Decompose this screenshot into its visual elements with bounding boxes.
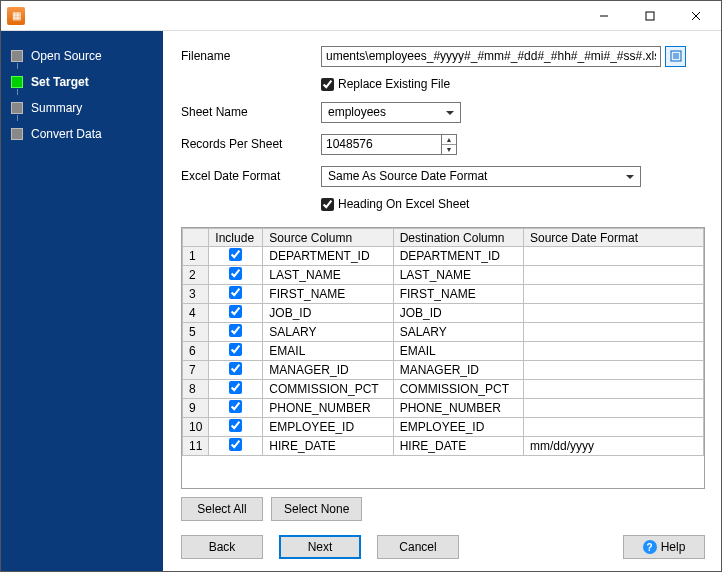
records-per-sheet-spinner[interactable]: ▲ ▼ xyxy=(321,134,457,155)
source-column-cell[interactable]: EMPLOYEE_ID xyxy=(263,418,393,437)
cancel-button[interactable]: Cancel xyxy=(377,535,459,559)
source-date-format-header[interactable]: Source Date Format xyxy=(524,229,704,247)
table-row[interactable]: 11HIRE_DATEHIRE_DATEmm/dd/yyyy xyxy=(183,437,704,456)
filename-input[interactable] xyxy=(321,46,661,67)
destination-column-cell[interactable]: MANAGER_ID xyxy=(393,361,523,380)
include-cell[interactable] xyxy=(209,323,263,342)
table-row[interactable]: 3FIRST_NAMEFIRST_NAME xyxy=(183,285,704,304)
include-checkbox[interactable] xyxy=(229,400,242,413)
source-column-cell[interactable]: FIRST_NAME xyxy=(263,285,393,304)
destination-column-cell[interactable]: DEPARTMENT_ID xyxy=(393,247,523,266)
include-checkbox[interactable] xyxy=(229,324,242,337)
source-column-cell[interactable]: MANAGER_ID xyxy=(263,361,393,380)
table-row[interactable]: 4JOB_IDJOB_ID xyxy=(183,304,704,323)
source-column-cell[interactable]: DEPARTMENT_ID xyxy=(263,247,393,266)
column-grid[interactable]: Include Source Column Destination Column… xyxy=(181,227,705,489)
source-date-format-cell[interactable] xyxy=(524,361,704,380)
destination-column-cell[interactable]: PHONE_NUMBER xyxy=(393,399,523,418)
include-checkbox[interactable] xyxy=(229,438,242,451)
source-column-cell[interactable]: PHONE_NUMBER xyxy=(263,399,393,418)
include-checkbox[interactable] xyxy=(229,286,242,299)
source-date-format-cell[interactable] xyxy=(524,418,704,437)
source-date-format-cell[interactable] xyxy=(524,285,704,304)
destination-column-cell[interactable]: SALARY xyxy=(393,323,523,342)
table-row[interactable]: 10EMPLOYEE_IDEMPLOYEE_ID xyxy=(183,418,704,437)
table-row[interactable]: 1DEPARTMENT_IDDEPARTMENT_ID xyxy=(183,247,704,266)
source-column-cell[interactable]: JOB_ID xyxy=(263,304,393,323)
destination-column-cell[interactable]: FIRST_NAME xyxy=(393,285,523,304)
destination-column-cell[interactable]: JOB_ID xyxy=(393,304,523,323)
sidebar-item-convert-data[interactable]: Convert Data xyxy=(1,121,163,147)
source-date-format-cell[interactable] xyxy=(524,323,704,342)
source-date-format-cell[interactable] xyxy=(524,247,704,266)
row-number-header xyxy=(183,229,209,247)
include-checkbox[interactable] xyxy=(229,305,242,318)
include-checkbox[interactable] xyxy=(229,362,242,375)
include-cell[interactable] xyxy=(209,342,263,361)
include-cell[interactable] xyxy=(209,418,263,437)
include-checkbox[interactable] xyxy=(229,267,242,280)
destination-column-cell[interactable]: LAST_NAME xyxy=(393,266,523,285)
source-date-format-cell[interactable] xyxy=(524,304,704,323)
select-none-button[interactable]: Select None xyxy=(271,497,362,521)
destination-column-cell[interactable]: HIRE_DATE xyxy=(393,437,523,456)
table-row[interactable]: 6EMAILEMAIL xyxy=(183,342,704,361)
browse-button[interactable] xyxy=(665,46,686,67)
source-column-cell[interactable]: EMAIL xyxy=(263,342,393,361)
source-date-format-cell[interactable]: mm/dd/yyyy xyxy=(524,437,704,456)
table-row[interactable]: 8COMMISSION_PCTCOMMISSION_PCT xyxy=(183,380,704,399)
maximize-button[interactable] xyxy=(627,1,673,31)
include-cell[interactable] xyxy=(209,247,263,266)
heading-on-sheet-checkbox[interactable] xyxy=(321,198,334,211)
include-cell[interactable] xyxy=(209,266,263,285)
source-column-cell[interactable]: LAST_NAME xyxy=(263,266,393,285)
select-all-button[interactable]: Select All xyxy=(181,497,263,521)
source-date-format-cell[interactable] xyxy=(524,399,704,418)
source-column-header[interactable]: Source Column xyxy=(263,229,393,247)
table-row[interactable]: 7MANAGER_IDMANAGER_ID xyxy=(183,361,704,380)
spinner-up-icon[interactable]: ▲ xyxy=(442,135,456,145)
sidebar-item-label: Open Source xyxy=(31,49,102,63)
replace-existing-checkbox[interactable] xyxy=(321,78,334,91)
excel-date-format-value: Same As Source Date Format xyxy=(328,169,487,183)
source-column-cell[interactable]: SALARY xyxy=(263,323,393,342)
source-column-cell[interactable]: HIRE_DATE xyxy=(263,437,393,456)
minimize-button[interactable] xyxy=(581,1,627,31)
row-number-cell: 8 xyxy=(183,380,209,399)
sidebar-item-set-target[interactable]: Set Target xyxy=(1,69,163,95)
source-column-cell[interactable]: COMMISSION_PCT xyxy=(263,380,393,399)
source-date-format-cell[interactable] xyxy=(524,266,704,285)
sidebar-item-summary[interactable]: Summary xyxy=(1,95,163,121)
sidebar-item-open-source[interactable]: Open Source xyxy=(1,43,163,69)
spinner-down-icon[interactable]: ▼ xyxy=(442,145,456,154)
row-number-cell: 10 xyxy=(183,418,209,437)
destination-column-header[interactable]: Destination Column xyxy=(393,229,523,247)
records-per-sheet-input[interactable] xyxy=(321,134,441,155)
include-cell[interactable] xyxy=(209,399,263,418)
include-checkbox[interactable] xyxy=(229,381,242,394)
include-cell[interactable] xyxy=(209,285,263,304)
include-cell[interactable] xyxy=(209,380,263,399)
destination-column-cell[interactable]: EMPLOYEE_ID xyxy=(393,418,523,437)
next-button[interactable]: Next xyxy=(279,535,361,559)
include-checkbox[interactable] xyxy=(229,419,242,432)
sheet-name-select[interactable]: employees xyxy=(321,102,461,123)
table-row[interactable]: 2LAST_NAMELAST_NAME xyxy=(183,266,704,285)
include-checkbox[interactable] xyxy=(229,248,242,261)
source-date-format-cell[interactable] xyxy=(524,342,704,361)
include-cell[interactable] xyxy=(209,437,263,456)
include-header[interactable]: Include xyxy=(209,229,263,247)
close-button[interactable] xyxy=(673,1,719,31)
source-date-format-cell[interactable] xyxy=(524,380,704,399)
include-checkbox[interactable] xyxy=(229,343,242,356)
heading-on-sheet-label: Heading On Excel Sheet xyxy=(338,197,469,211)
help-button[interactable]: ? Help xyxy=(623,535,705,559)
excel-date-format-select[interactable]: Same As Source Date Format xyxy=(321,166,641,187)
table-row[interactable]: 9PHONE_NUMBERPHONE_NUMBER xyxy=(183,399,704,418)
include-cell[interactable] xyxy=(209,361,263,380)
destination-column-cell[interactable]: COMMISSION_PCT xyxy=(393,380,523,399)
back-button[interactable]: Back xyxy=(181,535,263,559)
table-row[interactable]: 5SALARYSALARY xyxy=(183,323,704,342)
include-cell[interactable] xyxy=(209,304,263,323)
destination-column-cell[interactable]: EMAIL xyxy=(393,342,523,361)
